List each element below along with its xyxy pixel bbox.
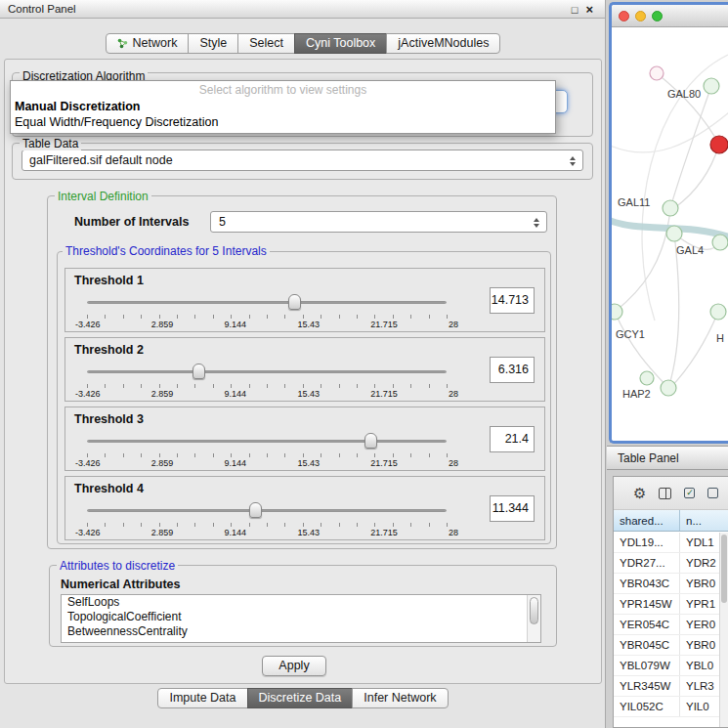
- select-all-icon[interactable]: ✓: [684, 488, 695, 498]
- network-canvas[interactable]: GAL80GAL11GAL4GCY1HAP2H: [612, 27, 728, 441]
- threshold-panel: Threshold 3 -3.4262.8599.14415.4321.7152…: [64, 407, 545, 471]
- float-window-icon[interactable]: □: [572, 4, 578, 16]
- tab-label: Network: [133, 34, 178, 53]
- table-row[interactable]: YBL079WYBL0: [614, 656, 719, 676]
- close-icon[interactable]: ×: [585, 2, 593, 17]
- window-title: Control Panel: [8, 0, 76, 19]
- attribute-item[interactable]: TopologicalCoefficient: [62, 610, 540, 624]
- network-node[interactable]: [661, 380, 676, 396]
- tick-label: 9.144: [225, 389, 247, 399]
- slider-thumb[interactable]: [193, 364, 205, 379]
- tab-jactivemnodules[interactable]: jActiveMNodules: [386, 33, 500, 54]
- clear-selection-icon[interactable]: [707, 488, 718, 498]
- threshold-value-field[interactable]: 21.4: [490, 426, 535, 452]
- tab-cyni-toolbox[interactable]: Cyni Toolbox: [294, 33, 387, 54]
- dropdown-option-equal-width-frequency-discretization[interactable]: Equal Width/Frequency Discretization: [11, 114, 555, 130]
- apply-button[interactable]: Apply: [262, 656, 326, 676]
- slider-track[interactable]: [87, 509, 447, 512]
- column-header-shared-name[interactable]: shared...: [614, 510, 680, 531]
- tab-impute-data[interactable]: Impute Data: [157, 688, 247, 708]
- network-node[interactable]: [710, 304, 726, 320]
- threshold-slider[interactable]: [87, 502, 447, 520]
- node-label: GAL80: [667, 88, 701, 100]
- network-node[interactable]: [712, 235, 728, 250]
- network-node[interactable]: [663, 200, 678, 216]
- tick-label: 15.43: [297, 320, 320, 329]
- slider-thumb[interactable]: [364, 433, 377, 449]
- attribute-item[interactable]: SelfLoops: [62, 595, 540, 610]
- minimize-traffic-light-icon[interactable]: [635, 11, 646, 21]
- slider-track[interactable]: [87, 301, 447, 304]
- tab-style[interactable]: Style: [188, 33, 238, 54]
- tick-label: 9.144: [225, 458, 247, 468]
- threshold-list: Threshold 1 -3.4262.8599.14415.4321.7152…: [64, 268, 545, 540]
- scrollbar-thumb[interactable]: [721, 535, 727, 603]
- table-row[interactable]: YER054CYER0: [614, 615, 719, 635]
- scrollbar-thumb[interactable]: [530, 597, 538, 624]
- table-row[interactable]: YPR145WYPR1: [614, 594, 719, 615]
- tick-label: 2.859: [151, 389, 174, 399]
- dropdown-option-manual-discretization[interactable]: Manual Discretization: [11, 99, 555, 114]
- table-panel-header[interactable]: Table Panel: [607, 446, 728, 470]
- table-row[interactable]: YDR27...YDR2: [614, 553, 719, 574]
- table-row[interactable]: YLR345WYLR3: [614, 676, 719, 697]
- network-node[interactable]: [666, 226, 682, 241]
- threshold-slider[interactable]: [87, 364, 447, 381]
- network-node[interactable]: [650, 66, 664, 80]
- node-label: H: [716, 332, 724, 344]
- node-label: GAL11: [618, 196, 650, 208]
- table-row[interactable]: YDL19...YDL1: [614, 533, 719, 553]
- table-row[interactable]: YIL052CYIL0: [614, 697, 719, 717]
- slider-track[interactable]: [87, 370, 447, 373]
- network-node[interactable]: [640, 371, 654, 385]
- columns-icon[interactable]: [659, 488, 671, 499]
- table-cell: YER054C: [614, 615, 680, 634]
- control-panel-window: Control Panel □ × NetworkStyleSelectCyni…: [0, 0, 606, 728]
- table-cell: YLR345W: [614, 676, 680, 696]
- list-scrollbar[interactable]: [527, 595, 540, 642]
- threshold-label: Threshold 2: [74, 343, 144, 357]
- slider-track[interactable]: [87, 440, 447, 443]
- table-row[interactable]: YBR043CYBR0: [614, 574, 719, 594]
- slider-thumb[interactable]: [249, 502, 262, 518]
- threshold-label: Threshold 3: [74, 412, 144, 426]
- table-scrollbar[interactable]: [719, 533, 728, 727]
- table-cell: YDL1: [680, 533, 719, 552]
- tab-label: Style: [199, 34, 227, 53]
- slider-tick-labels: -3.4262.8599.14415.4321.71528: [75, 458, 458, 468]
- tab-network[interactable]: Network: [106, 33, 190, 54]
- tab-discretize-data[interactable]: Discretize Data: [247, 688, 354, 708]
- close-traffic-light-icon[interactable]: [619, 11, 629, 21]
- tab-infer-network[interactable]: Infer Network: [352, 688, 448, 708]
- attribute-item[interactable]: BetweennessCentrality: [62, 624, 540, 639]
- network-node[interactable]: [704, 78, 719, 94]
- threshold-value-field[interactable]: 14.713: [490, 287, 535, 314]
- number-of-intervals-select[interactable]: 5: [210, 211, 547, 233]
- table-panel-window: ⚙ ✓ shared... n... YDL19...YDL1YDR27...Y…: [613, 476, 728, 728]
- table-row[interactable]: YBR045CYBR0: [614, 635, 719, 656]
- slider-thumb[interactable]: [288, 294, 301, 310]
- zoom-traffic-light-icon[interactable]: [652, 11, 663, 21]
- table-panel-title: Table Panel: [618, 451, 679, 465]
- main-tab-bar: NetworkStyleSelectCyni ToolboxjActiveMNo…: [0, 33, 606, 54]
- numerical-attributes-list[interactable]: SelfLoopsTopologicalCoefficientBetweenne…: [61, 594, 541, 643]
- threshold-label: Threshold 1: [74, 274, 144, 287]
- threshold-slider[interactable]: [87, 433, 447, 450]
- table-cell: YBR043C: [614, 574, 680, 593]
- tick-label: 21.715: [370, 320, 398, 329]
- tab-select[interactable]: Select: [237, 33, 295, 54]
- table-cell: YBR0: [680, 635, 719, 655]
- node-label: GCY1: [616, 328, 645, 340]
- threshold-value-field[interactable]: 6.316: [490, 357, 535, 383]
- gear-icon[interactable]: ⚙: [633, 486, 646, 500]
- control-panel-titlebar[interactable]: Control Panel □ ×: [0, 0, 605, 19]
- threshold-slider[interactable]: [87, 294, 447, 312]
- network-node[interactable]: [710, 136, 728, 153]
- network-icon: [117, 38, 128, 49]
- network-node[interactable]: [612, 304, 622, 320]
- table-data-select[interactable]: galFiltered.sif default node: [21, 150, 583, 171]
- column-header-name[interactable]: n...: [680, 510, 728, 531]
- attributes-group-label: Attributes to discretize: [57, 559, 178, 573]
- threshold-value-field[interactable]: 11.344: [490, 495, 535, 522]
- network-window-titlebar[interactable]: [612, 5, 728, 27]
